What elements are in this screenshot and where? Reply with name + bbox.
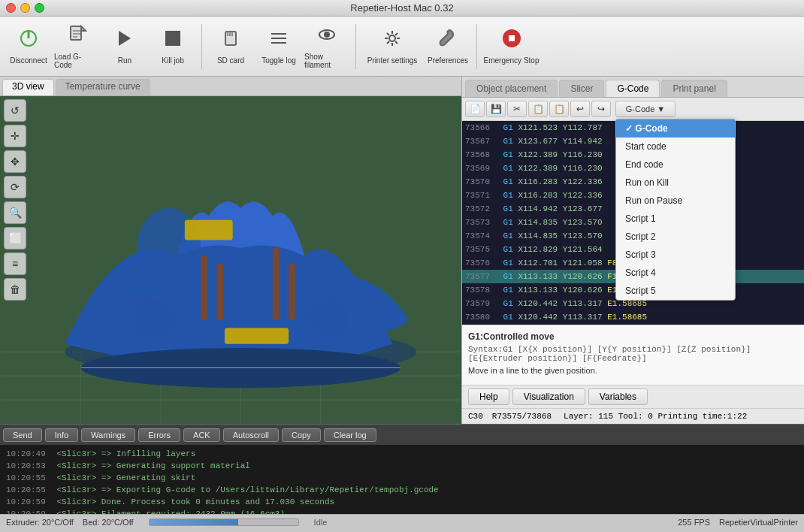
menu-item-script1[interactable]: Script 1: [616, 210, 735, 228]
sd-card-button[interactable]: SD card: [208, 20, 253, 74]
ack-button[interactable]: ACK: [183, 428, 220, 442]
view-tab-bar: 3D view Temperature curve: [0, 77, 461, 96]
zoom-icon[interactable]: 🔍: [4, 201, 26, 224]
menu-item-end-code[interactable]: End code: [616, 156, 735, 174]
run-label: Run: [118, 56, 131, 65]
svg-rect-31: [185, 220, 233, 240]
trash-icon[interactable]: 🗑: [4, 278, 26, 301]
log-line: 10:20:49 <Slic3r> => Infilling layers: [6, 448, 798, 460]
move-icon[interactable]: ✛: [4, 125, 26, 147]
menu-item-start-code[interactable]: Start code: [616, 138, 735, 156]
gcode-type-dropdown-btn[interactable]: G-Code ▼: [615, 101, 676, 117]
emergency-icon: [501, 28, 522, 53]
errors-button[interactable]: Errors: [138, 428, 180, 442]
autoscroll-button[interactable]: Autoscroll: [223, 428, 279, 442]
svg-rect-20: [509, 35, 515, 41]
menu-item-script3[interactable]: Script 3: [616, 246, 735, 264]
preferences-label: Preferences: [428, 56, 468, 65]
svg-rect-33: [201, 256, 207, 320]
rotate-icon[interactable]: ⟳: [4, 176, 26, 198]
log-content: 10:20:49 <Slic3r> => Infilling layers 10…: [0, 445, 804, 514]
clear-log-button[interactable]: Clear log: [324, 428, 376, 442]
svg-point-18: [389, 35, 395, 41]
menu-item-run-on-pause[interactable]: Run on Pause: [616, 192, 735, 210]
save-button[interactable]: 💾: [486, 101, 506, 117]
emergency-stop-button[interactable]: Emergency Stop: [483, 20, 540, 74]
paste-button[interactable]: 📋: [549, 101, 569, 117]
counter-display: C30: [468, 412, 483, 421]
svg-marker-7: [119, 31, 131, 46]
layers-icon[interactable]: ≡: [4, 252, 26, 275]
title-bar: Repetier-Host Mac 0.32: [0, 0, 804, 17]
menu-item-script2[interactable]: Script 2: [616, 228, 735, 246]
menu-item-gcode[interactable]: ✓ G-Code: [616, 119, 735, 138]
left-panel: 3D view Temperature curve: [0, 77, 462, 424]
menu-item-script4[interactable]: Script 4: [616, 264, 735, 282]
toolbar-separator-2: [355, 24, 356, 69]
power-icon: [18, 28, 39, 53]
show-filament-button[interactable]: Show filament: [304, 20, 349, 74]
layer-info-display: Layer: 115 Tool: 0 Printing time:1:22: [564, 412, 747, 421]
tab-temp-curve[interactable]: Temperature curve: [56, 79, 150, 95]
log-toolbar: Send Info Warnings Errors ACK Autoscroll…: [0, 424, 804, 445]
info-button[interactable]: Info: [45, 428, 78, 442]
printer-settings-button[interactable]: Printer settings: [362, 20, 422, 74]
wrench-icon: [437, 28, 458, 53]
refresh-icon[interactable]: ↺: [4, 99, 26, 122]
send-button[interactable]: Send: [3, 428, 42, 442]
tab-object-placement[interactable]: Object placement: [465, 80, 558, 97]
print-progress-bar: [149, 518, 299, 526]
kill-job-button[interactable]: Kill job: [150, 20, 195, 74]
pan-icon[interactable]: ✥: [4, 150, 26, 173]
3d-model-svg: [0, 96, 461, 424]
warnings-button[interactable]: Warnings: [81, 428, 135, 442]
svg-rect-8: [165, 31, 180, 46]
emergency-stop-label: Emergency Stop: [484, 56, 540, 65]
svg-marker-6: [81, 26, 86, 31]
undo-button[interactable]: ↩: [570, 101, 590, 117]
toggle-log-button[interactable]: Toggle log: [256, 20, 301, 74]
tab-3d-view[interactable]: 3D view: [2, 79, 54, 95]
position-display: R73575/73868: [492, 412, 552, 421]
cut-button[interactable]: ✂: [507, 101, 527, 117]
extruder-status: Extruder: 20°C/Off: [6, 518, 74, 527]
run-button[interactable]: Run: [102, 20, 147, 74]
minimize-button[interactable]: [20, 3, 30, 13]
helper-tab-bar: Help Visualization Variables: [462, 385, 804, 408]
printer-settings-label: Printer settings: [367, 56, 418, 65]
tab-variables[interactable]: Variables: [588, 388, 648, 405]
fit-icon[interactable]: ⬜: [4, 227, 26, 249]
sd-card-label: SD card: [217, 56, 244, 65]
main-toolbar: Disconnect Load G-Code Run Kill job: [0, 17, 804, 77]
menu-item-script5[interactable]: Script 5: [616, 282, 735, 300]
close-button[interactable]: [6, 3, 16, 13]
disconnect-button[interactable]: Disconnect: [6, 20, 51, 74]
eye-icon: [316, 24, 337, 50]
maximize-button[interactable]: [35, 3, 44, 13]
fps-display: 255 FPS: [678, 518, 710, 527]
bed-status: Bed: 20°C/Off: [83, 518, 134, 527]
gcode-toolbar: 📄 💾 ✂ 📋 📋 ↩ ↪ G-Code ▼ ✓ G-Code Start co…: [462, 98, 804, 121]
tab-visualization[interactable]: Visualization: [512, 388, 585, 405]
menu-item-run-on-kill[interactable]: Run on Kill: [616, 174, 735, 192]
gcode-type-menu: ✓ G-Code Start code End code Run on Kill…: [615, 119, 736, 301]
gcode-type-selector[interactable]: G-Code ▼ ✓ G-Code Start code End code Ru…: [615, 101, 676, 117]
log-line: 10:20:55 <Slic3r> => Generating skirt: [6, 472, 798, 484]
preferences-button[interactable]: Preferences: [425, 20, 470, 74]
tab-gcode[interactable]: G-Code: [606, 80, 660, 97]
copy-button[interactable]: Copy: [282, 428, 321, 442]
gcode-line[interactable]: 73580 G1 X120.442 Y113.317 E1.58685: [462, 310, 804, 324]
new-file-button[interactable]: 📄: [465, 101, 485, 117]
svg-rect-35: [273, 248, 280, 320]
app-title: Repetier-Host Mac 0.32: [350, 2, 453, 14]
stop-icon: [162, 28, 183, 53]
printer-name: RepetierVirtualPrinter: [719, 518, 798, 527]
info-desc: Move in a line to the given position.: [468, 366, 798, 375]
load-gcode-button[interactable]: Load G-Code: [54, 20, 99, 74]
tab-help[interactable]: Help: [468, 388, 509, 405]
tab-slicer[interactable]: Slicer: [559, 80, 604, 97]
redo-button[interactable]: ↪: [591, 101, 611, 117]
svg-rect-32: [225, 328, 289, 343]
copy-button[interactable]: 📋: [528, 101, 548, 117]
tab-print-panel[interactable]: Print panel: [661, 80, 727, 97]
